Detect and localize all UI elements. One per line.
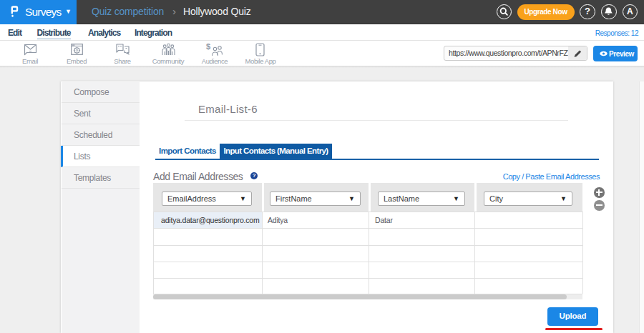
svg-text:$: $ <box>206 43 210 51</box>
